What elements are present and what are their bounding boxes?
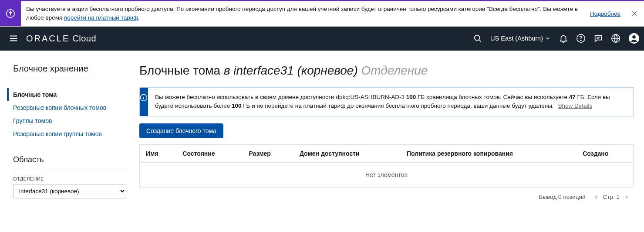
trial-message-part2: . [138, 14, 140, 21]
svg-point-6 [632, 35, 636, 39]
empty-state: Нет элементов [140, 163, 634, 188]
title-resource: Блочные тома [139, 64, 220, 77]
sidebar-item-group-backups[interactable]: Резервные копии группы томов [13, 127, 126, 140]
upgrade-icon [0, 1, 21, 26]
sidebar: Блочное хранение Блочные тома Резервные … [13, 64, 126, 201]
sidebar-item-volume-groups[interactable]: Группы томов [13, 114, 126, 127]
info-icon [140, 88, 148, 116]
col-created[interactable]: Создано [577, 145, 633, 163]
user-avatar-icon[interactable] [628, 33, 640, 44]
svg-point-1 [475, 35, 480, 41]
sidebar-item-block-volumes[interactable]: Блочные тома [7, 88, 126, 101]
trial-banner: Вы участвуете в акции бесплатного пробно… [0, 0, 644, 27]
sidebar-title: Блочное хранение [13, 64, 126, 80]
info-text: Вы можете бесплатно использовать в своем… [148, 88, 633, 116]
compartment-select[interactable]: interface31 (корневое) [13, 184, 126, 198]
main-content: Блочные тома в interface31 (корневое) От… [139, 64, 634, 201]
region-selector[interactable]: US East (Ashburn) [490, 35, 551, 42]
notifications-icon[interactable] [559, 34, 568, 43]
svg-point-3 [580, 40, 581, 41]
info-banner: Вы можете бесплатно использовать в своем… [139, 87, 634, 117]
globe-icon[interactable] [611, 34, 620, 43]
menu-icon[interactable] [4, 30, 23, 47]
col-ad[interactable]: Домен доступности [293, 145, 401, 163]
brand[interactable]: ORACLE Cloud [26, 34, 96, 44]
col-name[interactable]: Имя [140, 145, 177, 163]
title-in: в [224, 64, 230, 77]
learn-more-link[interactable]: Подробнее [586, 10, 625, 17]
footer-summary: Вывод 0 позиций [539, 194, 586, 200]
create-volume-button[interactable]: Создание блочного тома [139, 123, 223, 138]
prev-page-icon[interactable] [592, 194, 600, 200]
brand-oracle: ORACLE [26, 34, 70, 44]
chat-icon[interactable] [593, 34, 603, 43]
close-icon[interactable] [625, 10, 644, 17]
col-backup-policy[interactable]: Политика резервного копирования [401, 145, 577, 163]
volumes-table: Имя Состояние Размер Домен доступности П… [139, 144, 634, 188]
brand-cloud: Cloud [72, 34, 96, 44]
title-context: interface31 (корневое) [233, 64, 357, 77]
title-suffix: Отделение [361, 64, 428, 77]
col-size[interactable]: Размер [243, 145, 293, 163]
upgrade-link[interactable]: перейти на платный тариф [64, 14, 138, 21]
page-title: Блочные тома в interface31 (корневое) От… [139, 64, 634, 78]
next-page-icon[interactable] [622, 194, 631, 200]
help-icon[interactable] [576, 34, 586, 43]
sidebar-item-volume-backups[interactable]: Резервные копии блочных томов [13, 101, 126, 114]
search-icon[interactable] [473, 34, 482, 43]
compartment-label: ОТДЕЛЕНИЕ [13, 176, 126, 181]
region-label: US East (Ashburn) [490, 35, 543, 42]
show-details-link[interactable]: Show Details [558, 102, 592, 109]
scope-title: Область [13, 155, 126, 170]
chevron-down-icon [545, 35, 551, 41]
col-state[interactable]: Состояние [176, 145, 243, 163]
page-label: Стр. 1 [603, 194, 620, 200]
pager: Стр. 1 [592, 194, 631, 200]
trial-text: Вы участвуете в акции бесплатного пробно… [21, 1, 586, 26]
table-footer: Вывод 0 позиций Стр. 1 [139, 188, 634, 200]
topbar: ORACLE Cloud US East (Ashburn) [0, 27, 644, 51]
